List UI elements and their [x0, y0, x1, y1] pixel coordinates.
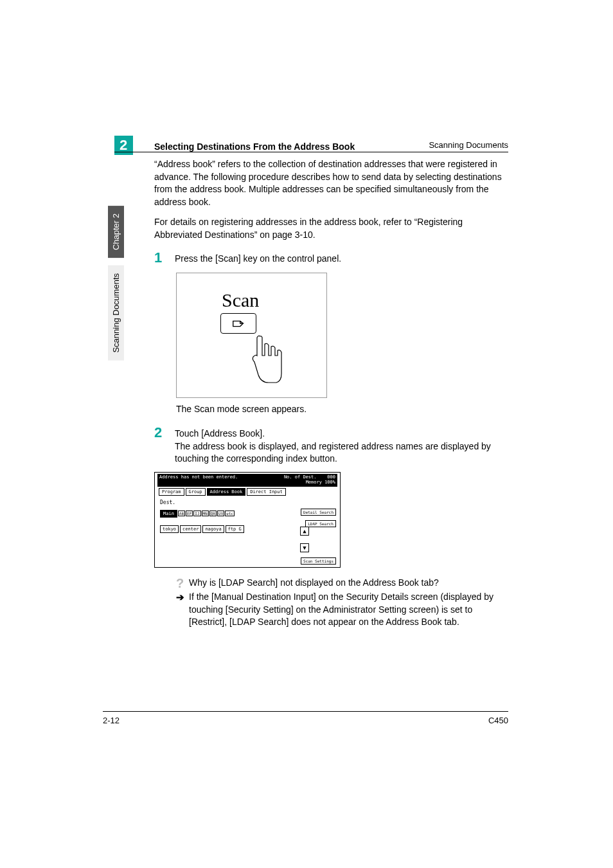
ss-address-entry[interactable]: nagoya: [202, 525, 224, 533]
scan-key-label: Scan: [222, 289, 259, 311]
footer-page-number: 2-12: [103, 716, 120, 725]
arrow-right-icon: ➔: [176, 591, 189, 629]
header-divider: [114, 152, 508, 152]
step-2: 2 Touch [Address Book]. The address book…: [154, 424, 510, 466]
question-mark-icon: ?: [176, 577, 189, 590]
ss-address-entry[interactable]: center: [180, 525, 201, 533]
step-number: 1: [154, 249, 175, 266]
intro-paragraph-1: “Address book” refers to the collection …: [154, 158, 510, 208]
ss-index-tab[interactable]: QR: [209, 511, 217, 516]
ss-scan-settings-button[interactable]: Scan Settings: [301, 557, 336, 565]
qa-answer: ➔ If the [Manual Destination Input] on t…: [176, 591, 510, 629]
step-text: Touch [Address Book]. The address book i…: [175, 424, 510, 466]
ss-tab-address-book[interactable]: Address Book: [207, 488, 246, 496]
qa-answer-text: If the [Manual Destination Input] on the…: [189, 591, 510, 629]
ss-index-tab[interactable]: IJ: [193, 511, 200, 516]
step-1-result: The Scan mode screen appears.: [176, 403, 510, 416]
side-tab-section: Scanning Documents: [108, 266, 124, 361]
ss-detail-search-button[interactable]: Detail Search: [301, 509, 336, 516]
page-footer: 2-12 C450: [103, 711, 508, 725]
scan-key-figure: Scan: [176, 273, 327, 398]
address-book-screenshot: Address has not been entered. No. of Des…: [154, 472, 341, 568]
ss-address-entry[interactable]: ftp G: [226, 525, 244, 533]
step-text: Press the [Scan] key on the control pane…: [175, 249, 341, 266]
ss-index-tab[interactable]: MN: [202, 511, 209, 516]
ss-index-main[interactable]: Main: [160, 510, 177, 518]
ss-status-bar: Address has not been entered. No. of Des…: [157, 474, 337, 487]
ss-ldap-search-button[interactable]: LDAP Search: [305, 520, 336, 527]
ss-tab-direct-input[interactable]: Direct Input: [247, 488, 286, 496]
intro-paragraph-2: For details on registering addresses in …: [154, 216, 510, 241]
qa-question: ? Why is [LDAP Search] not displayed on …: [176, 577, 510, 590]
ss-dest-label: Dest.: [160, 500, 175, 505]
header-section-title: Scanning Documents: [429, 140, 508, 150]
footer-model: C450: [488, 716, 508, 725]
ss-index-tab[interactable]: EF: [186, 511, 193, 516]
ss-scroll-up[interactable]: ▲: [300, 527, 309, 536]
ss-tab-program[interactable]: Program: [159, 488, 184, 496]
ss-index-tab[interactable]: etc: [225, 511, 235, 516]
qa-question-text: Why is [LDAP Search] not displayed on th…: [189, 577, 439, 590]
step-1: 1 Press the [Scan] key on the control pa…: [154, 249, 510, 266]
side-tab-chapter: Chapter 2: [108, 206, 124, 258]
ss-tab-group[interactable]: Group: [186, 488, 206, 496]
ss-index-tab[interactable]: AB: [178, 511, 185, 516]
ss-scroll-down[interactable]: ▼: [300, 543, 309, 552]
ss-index-tab[interactable]: UV: [217, 511, 224, 516]
ss-address-entry[interactable]: tokyo: [160, 525, 179, 533]
step-number: 2: [154, 424, 175, 466]
hand-pointer-icon: [244, 330, 289, 388]
